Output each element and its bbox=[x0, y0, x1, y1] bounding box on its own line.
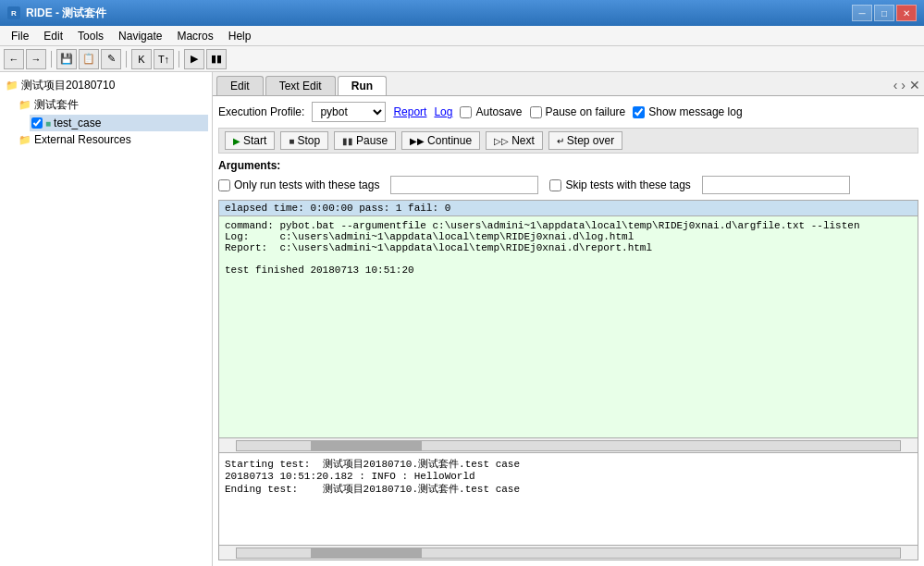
testcase-checkbox[interactable] bbox=[31, 117, 43, 129]
pause-on-failure-checkbox[interactable] bbox=[530, 106, 542, 118]
show-message-log-label: Show message log bbox=[648, 105, 742, 118]
arguments-row: Arguments: bbox=[218, 159, 918, 172]
exec-profile-label: Execution Profile: bbox=[218, 105, 304, 118]
arguments-label: Arguments: bbox=[218, 159, 280, 172]
step-over-label: Step over bbox=[567, 134, 614, 147]
only-run-row: Only run tests with these tags bbox=[218, 178, 379, 191]
folder-icon-project: 📁 bbox=[6, 80, 18, 92]
skip-tests-checkbox[interactable] bbox=[549, 179, 561, 191]
folder-icon-external: 📁 bbox=[18, 134, 31, 146]
msg-hscrollbar-thumb bbox=[311, 548, 422, 558]
menu-macros[interactable]: Macros bbox=[169, 26, 220, 45]
autosave-checkbox[interactable] bbox=[460, 106, 472, 118]
pause-button[interactable]: ▮▮ Pause bbox=[334, 131, 396, 150]
continue-label: Continue bbox=[427, 134, 472, 147]
folder-icon-suite: 📁 bbox=[18, 99, 31, 111]
close-button[interactable]: ✕ bbox=[896, 5, 917, 21]
run-button-bar: ▶ Start ■ Stop ▮▮ Pause ▶▶ Continue ▷▷ bbox=[218, 128, 918, 154]
toolbar-pause-toolbar[interactable]: ▮▮ bbox=[206, 49, 227, 69]
stop-label: Stop bbox=[297, 134, 320, 147]
toolbar-t[interactable]: T↑ bbox=[154, 49, 174, 69]
pause-on-failure-row: Pause on failure bbox=[530, 105, 626, 118]
message-log[interactable]: Starting test: 测试项目20180710.测试套件.test ca… bbox=[218, 453, 918, 546]
log-link[interactable]: Log bbox=[434, 105, 452, 118]
left-panel: 📁 测试项目20180710 📁 测试套件 ■ test_case 📁 Exte… bbox=[0, 72, 213, 566]
tree-item-project[interactable]: 📁 测试项目20180710 bbox=[4, 76, 208, 95]
tree-item-testcase[interactable]: ■ test_case bbox=[30, 115, 208, 131]
elapsed-bar: elapsed time: 0:00:00 pass: 1 fail: 0 bbox=[218, 200, 918, 215]
autosave-label: Autosave bbox=[475, 105, 522, 118]
tabs: Edit Text Edit Run bbox=[216, 76, 387, 95]
log-hscrollbar-thumb bbox=[311, 441, 422, 450]
tree-label-testcase: test_case bbox=[54, 117, 101, 129]
start-button[interactable]: ▶ Start bbox=[225, 131, 275, 150]
step-over-icon: ↵ bbox=[557, 136, 564, 146]
toolbar-separator-2 bbox=[126, 51, 127, 68]
toolbar-separator-3 bbox=[179, 51, 179, 68]
toolbar-forward[interactable]: → bbox=[26, 49, 46, 69]
menu-navigate[interactable]: Navigate bbox=[111, 26, 169, 45]
tab-close-arrow[interactable]: ✕ bbox=[909, 78, 920, 92]
app-icon: R bbox=[7, 6, 20, 19]
run-panel: Execution Profile: pybot jybot custom Re… bbox=[213, 96, 924, 566]
toolbar-save[interactable]: 💾 bbox=[56, 49, 77, 69]
step-over-button[interactable]: ↵ Step over bbox=[548, 131, 622, 150]
toolbar-play[interactable]: ▶ bbox=[184, 49, 204, 69]
log-section: elapsed time: 0:00:00 pass: 1 fail: 0 co… bbox=[218, 200, 918, 560]
log-scroll-row bbox=[218, 438, 918, 453]
menu-help[interactable]: Help bbox=[221, 26, 259, 45]
start-icon: ▶ bbox=[233, 136, 240, 146]
next-button[interactable]: ▷▷ Next bbox=[486, 131, 543, 150]
toolbar-clipboard[interactable]: 📋 bbox=[79, 49, 99, 69]
pause-icon: ▮▮ bbox=[342, 136, 353, 146]
toolbar-back[interactable]: ← bbox=[4, 49, 24, 69]
tab-prev-arrow[interactable]: ‹ bbox=[893, 78, 898, 92]
toolbar-new[interactable]: ✎ bbox=[101, 49, 121, 69]
tab-run[interactable]: Run bbox=[338, 76, 387, 95]
only-run-input[interactable] bbox=[390, 176, 538, 194]
minimize-button[interactable]: ─ bbox=[852, 5, 872, 21]
only-run-checkbox[interactable] bbox=[218, 179, 230, 191]
tab-text-edit[interactable]: Text Edit bbox=[265, 76, 336, 95]
menu-edit[interactable]: Edit bbox=[36, 26, 70, 45]
tree-item-suite[interactable]: 📁 测试套件 bbox=[17, 95, 208, 115]
msg-scroll-row bbox=[218, 546, 918, 560]
tab-bar: Edit Text Edit Run ‹ › ✕ bbox=[213, 72, 924, 96]
log-output[interactable]: command: pybot.bat --argumentfile c:\use… bbox=[218, 215, 918, 438]
skip-tests-label: Skip tests with these tags bbox=[565, 178, 690, 191]
log-hscrollbar[interactable] bbox=[236, 440, 901, 451]
tab-edit[interactable]: Edit bbox=[216, 76, 264, 95]
show-message-log-checkbox[interactable] bbox=[633, 106, 645, 118]
toolbar-k[interactable]: K bbox=[131, 49, 152, 69]
title-bar-controls: ─ □ ✕ bbox=[852, 5, 917, 21]
toolbar-separator-1 bbox=[51, 51, 52, 68]
stop-icon: ■ bbox=[289, 136, 294, 146]
autosave-row: Autosave bbox=[460, 105, 522, 118]
tree-item-external[interactable]: 📁 External Resources bbox=[17, 131, 208, 148]
menu-bar: File Edit Tools Navigate Macros Help bbox=[0, 26, 924, 46]
right-panel: Edit Text Edit Run ‹ › ✕ Execution Profi… bbox=[213, 72, 924, 566]
only-run-label: Only run tests with these tags bbox=[234, 178, 379, 191]
msg-hscrollbar[interactable] bbox=[236, 548, 901, 559]
maximize-button[interactable]: □ bbox=[874, 5, 894, 21]
menu-file[interactable]: File bbox=[4, 26, 36, 45]
next-icon: ▷▷ bbox=[494, 136, 509, 146]
tree-label-project: 测试项目20180710 bbox=[21, 78, 115, 93]
continue-icon: ▶▶ bbox=[410, 136, 425, 146]
continue-button[interactable]: ▶▶ Continue bbox=[401, 131, 480, 150]
exec-profile-select[interactable]: pybot jybot custom bbox=[312, 102, 386, 122]
arguments-checks: Only run tests with these tags Skip test… bbox=[218, 176, 918, 194]
tab-next-arrow[interactable]: › bbox=[901, 78, 906, 92]
report-link[interactable]: Report bbox=[393, 105, 426, 118]
stop-button[interactable]: ■ Stop bbox=[280, 131, 328, 150]
file-icon-testcase: ■ bbox=[45, 118, 51, 129]
title-bar: R RIDE - 测试套件 ─ □ ✕ bbox=[0, 0, 924, 26]
menu-tools[interactable]: Tools bbox=[70, 26, 111, 45]
skip-tests-input[interactable] bbox=[702, 176, 850, 194]
pause-label: Pause bbox=[356, 134, 388, 147]
arguments-section: Arguments: Only run tests with these tag… bbox=[218, 159, 918, 194]
skip-tests-row: Skip tests with these tags bbox=[549, 178, 690, 191]
title-bar-left: R RIDE - 测试套件 bbox=[7, 6, 106, 21]
app-title: RIDE - 测试套件 bbox=[26, 6, 106, 21]
main-layout: 📁 测试项目20180710 📁 测试套件 ■ test_case 📁 Exte… bbox=[0, 72, 924, 566]
